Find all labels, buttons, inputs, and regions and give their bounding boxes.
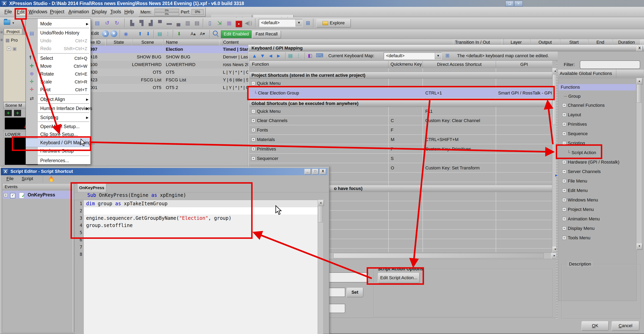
menu-item-mode[interactable]: Mode▶ <box>26 20 90 28</box>
tree-layout[interactable]: +Layout <box>560 112 581 118</box>
explore-button[interactable]: Explore <box>316 19 351 28</box>
cabinet-icon[interactable]: ▯ <box>206 19 214 27</box>
tree-group[interactable]: ─ Group <box>564 93 581 99</box>
nav-left-icon[interactable]: ◄ <box>268 53 273 59</box>
gpi-row-sequencer[interactable]: +Sequencer S <box>250 154 552 163</box>
maximize-icon[interactable]: □ <box>312 169 318 175</box>
sequencer-edit-menu[interactable]: Edit <box>91 31 99 36</box>
tree-vscrollbar[interactable]: ▲ ▼ <box>636 78 642 249</box>
expand-icon[interactable]: + <box>562 179 566 183</box>
run-script-icon[interactable] <box>49 176 54 182</box>
menubar-file[interactable]: File <box>2 8 14 15</box>
add-scene-icon[interactable]: ＋ <box>5 110 12 116</box>
functions-header-cell[interactable]: Available Global Functions <box>558 70 616 78</box>
gpi-row-fonts[interactable]: +Fonts F <box>250 126 552 135</box>
project-root-item[interactable]: ▩ Pro <box>6 38 18 43</box>
gpi-col-gpi[interactable]: GPI <box>496 61 552 68</box>
expand-icon[interactable]: + <box>562 103 566 107</box>
close-icon[interactable]: X <box>636 46 643 51</box>
expand-icon[interactable]: + <box>252 138 255 141</box>
align-bottom-icon[interactable]: ▄ <box>174 19 183 27</box>
code-editor[interactable]: 1 2 3 4 5 6 7 8 dim group as xpTakeItemG… <box>74 200 318 334</box>
col-name[interactable]: Name <box>163 39 222 46</box>
expand-icon[interactable]: + <box>4 193 8 197</box>
menu-item-clip-store-setup[interactable]: Clip Store Setup... <box>26 130 90 138</box>
nav-right-icon[interactable]: ► <box>276 53 281 59</box>
menu-item-openmam-setup[interactable]: OpenMAM Setup... <box>26 123 90 130</box>
project-tab[interactable]: Project <box>4 29 22 35</box>
tree-primitives[interactable]: +Primitives <box>560 121 587 127</box>
expand-icon[interactable]: + <box>562 132 566 135</box>
search-icon[interactable] <box>212 30 219 38</box>
tree-sequence[interactable]: +Sequence <box>560 130 588 137</box>
col-state[interactable]: State <box>105 39 132 46</box>
gpi-col-function[interactable]: Function <box>250 61 388 68</box>
expand-icon[interactable]: + <box>562 160 566 164</box>
tree-script-action[interactable]: └ Script Action <box>567 149 596 156</box>
code-vscrollbar[interactable]: ▲ ▼ <box>318 200 323 334</box>
tree-channel-functions[interactable]: +Channel Functions <box>560 102 604 109</box>
expand-icon[interactable]: + <box>562 189 566 192</box>
gpi-node-icon[interactable]: ◧ <box>308 53 312 58</box>
tree-hardware[interactable]: +Hardware (GPI / Rosstalk) <box>560 159 620 165</box>
tree-server-channels[interactable]: +Server Channels <box>560 169 601 175</box>
cancel-button[interactable]: Cancel <box>612 321 639 331</box>
minimize-icon[interactable]: _ <box>304 169 311 175</box>
collapse-icon[interactable]: − <box>252 81 255 85</box>
expand-icon[interactable]: + <box>252 147 255 151</box>
event-enabled-checkbox[interactable]: ✓ <box>10 193 15 198</box>
project-child-item[interactable]: +▣ <box>5 46 17 51</box>
menubar-project[interactable]: Project <box>48 8 66 15</box>
hscroll-thumb[interactable] <box>333 253 544 258</box>
menu-item-object-align[interactable]: Object Align▶ <box>26 95 90 103</box>
window-layout-button[interactable]: ❏ <box>506 1 514 7</box>
add-scene-group-icon[interactable]: ＋ <box>14 110 21 116</box>
tree-tools-menu[interactable]: +Tools Menu <box>560 235 590 241</box>
tree-display-menu[interactable]: +Display Menu <box>560 225 594 232</box>
font-smaller-icon[interactable]: A▾ <box>198 30 206 38</box>
menu-item-rotate[interactable]: RotateCtrl+E <box>26 70 90 78</box>
script-menu[interactable]: Script <box>22 176 33 181</box>
distribute-h-icon[interactable]: ▥ <box>184 19 192 27</box>
tree-file-menu[interactable]: +File Menu <box>560 178 587 184</box>
scroll-up-icon[interactable]: ▲ <box>636 78 642 85</box>
tree-edit-menu[interactable]: +Edit Menu <box>560 187 588 194</box>
dock-icon-2[interactable]: ▥ <box>0 38 3 41</box>
palette-icon[interactable]: ▦ <box>225 19 234 27</box>
audio-monitor-icon[interactable]: ◀)) <box>244 19 253 27</box>
expand-all-icon[interactable]: ▤ <box>288 53 293 58</box>
tree-functions[interactable]: Functions <box>558 84 636 90</box>
keyboard-icon[interactable]: ⌨ <box>316 52 324 59</box>
menubar-animation[interactable]: Animation <box>66 8 91 15</box>
nav-up-icon[interactable]: ▲ <box>252 53 257 59</box>
menu-item-undo-redo-history[interactable]: Undo/Redo History <box>26 29 90 37</box>
expand-icon[interactable]: + <box>562 170 566 174</box>
map-manager-icon[interactable]: ⊞ <box>304 19 312 27</box>
expand-icon[interactable]: + <box>252 119 255 122</box>
tree-windows-menu[interactable]: +Windows Menu <box>560 197 598 203</box>
gpi-col-direct[interactable]: Direct Access Shortcut <box>422 61 496 68</box>
align-right-icon[interactable]: ▟ <box>146 19 155 27</box>
combo-dropdown-icon[interactable]: ▼ <box>296 19 302 27</box>
scroll-down-icon[interactable]: ▼ <box>636 243 642 250</box>
gpi-row-quickmenu-project[interactable]: −Quick Menu <box>250 79 552 88</box>
set-button[interactable]: Set <box>346 288 363 297</box>
menu-item-select[interactable]: SelectCtrl+Q <box>26 54 90 62</box>
tree-project-menu[interactable]: +Project Menu <box>560 206 594 213</box>
expand-icon[interactable]: + <box>562 217 566 221</box>
redo-icon[interactable]: ↻ <box>113 19 121 27</box>
filter-input[interactable] <box>580 60 640 69</box>
collapse-icon[interactable]: − <box>562 141 566 145</box>
font-larger-icon[interactable]: A▴ <box>189 30 197 38</box>
menu-item-preferences[interactable]: Preferences... <box>26 157 90 164</box>
menubar-windows[interactable]: Windows <box>26 8 49 15</box>
dock-icon[interactable]: ▤ <box>0 31 3 34</box>
take-up-icon[interactable]: ▲ <box>102 30 109 37</box>
event-onkeypress-row[interactable]: + ✓ OnKeyPress <box>2 191 73 199</box>
menu-item-redo[interactable]: RedoShift+Ctrl+Z <box>26 45 90 53</box>
move-up-icon[interactable]: ⬆ <box>136 30 144 38</box>
gpi-row-primitives[interactable]: +Primitives P Custom Key: Primitives <box>250 145 552 154</box>
list-view-icon[interactable]: ⋮ <box>164 30 172 38</box>
insert-take-icon[interactable]: ⬇ <box>175 30 183 38</box>
gpi-row-clear-election-group[interactable]: └Clear Election Group CTRL+1 Smart GPI /… <box>250 88 552 98</box>
